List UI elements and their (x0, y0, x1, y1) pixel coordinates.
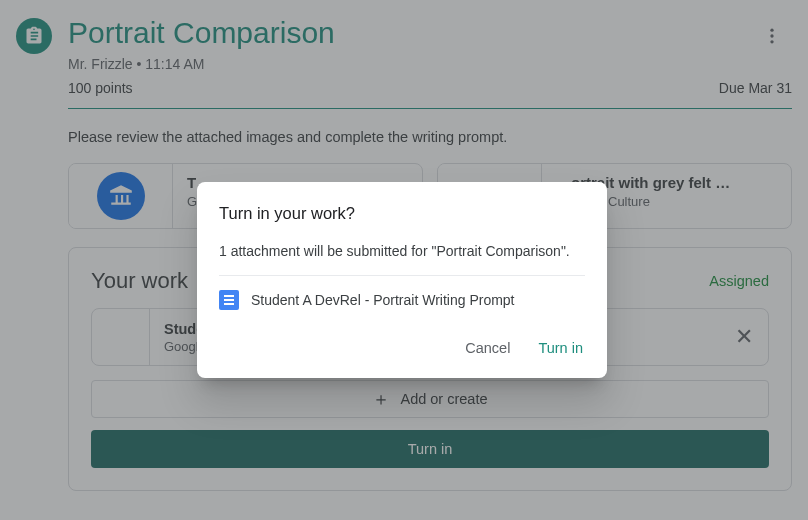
dialog-title: Turn in your work? (219, 204, 585, 223)
confirm-turn-in-button[interactable]: Turn in (536, 336, 585, 360)
turn-in-dialog: Turn in your work? 1 attachment will be … (197, 182, 607, 378)
dialog-divider (219, 275, 585, 276)
cancel-button[interactable]: Cancel (463, 336, 512, 360)
dialog-actions: Cancel Turn in (197, 322, 607, 378)
dialog-attachment-name: Student A DevRel - Portrait Writing Prom… (251, 292, 515, 308)
dialog-body: 1 attachment will be submitted for "Port… (219, 243, 585, 259)
dialog-attachment-row: Student A DevRel - Portrait Writing Prom… (219, 290, 585, 310)
google-docs-icon (219, 290, 239, 310)
